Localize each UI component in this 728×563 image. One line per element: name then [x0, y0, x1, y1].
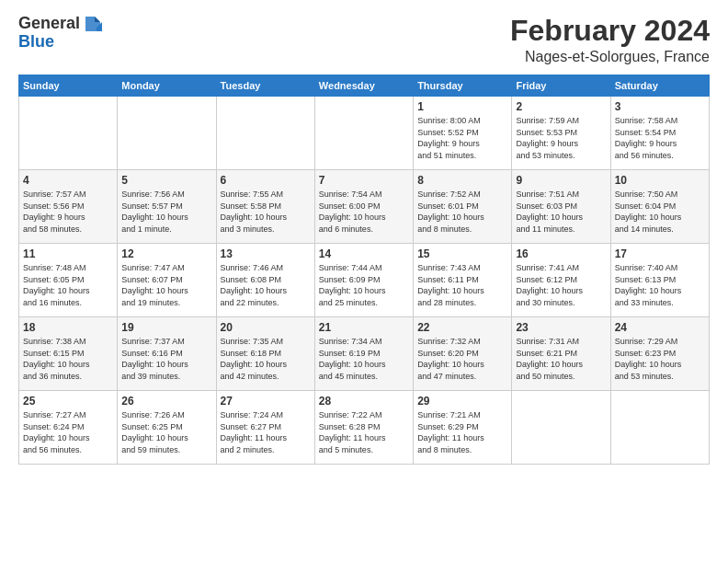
day-number: 5	[121, 174, 211, 187]
calendar-week-row: 4Sunrise: 7:57 AMSunset: 5:56 PMDaylight…	[19, 170, 710, 244]
header-row: SundayMondayTuesdayWednesdayThursdayFrid…	[19, 75, 710, 97]
calendar-week-row: 18Sunrise: 7:38 AMSunset: 6:15 PMDayligh…	[19, 317, 710, 391]
day-info: Sunrise: 7:43 AMSunset: 6:11 PMDaylight:…	[417, 262, 507, 308]
calendar-cell	[216, 97, 314, 170]
day-number: 3	[615, 100, 705, 113]
calendar-cell: 4Sunrise: 7:57 AMSunset: 5:56 PMDaylight…	[19, 170, 118, 244]
day-info: Sunrise: 7:54 AMSunset: 6:00 PMDaylight:…	[319, 189, 409, 235]
calendar-cell: 27Sunrise: 7:24 AMSunset: 6:27 PMDayligh…	[216, 391, 314, 465]
calendar-cell: 18Sunrise: 7:38 AMSunset: 6:15 PMDayligh…	[19, 317, 118, 391]
calendar-cell	[314, 97, 413, 170]
day-info: Sunrise: 7:31 AMSunset: 6:21 PMDaylight:…	[516, 336, 606, 382]
calendar-cell: 20Sunrise: 7:35 AMSunset: 6:18 PMDayligh…	[216, 317, 314, 391]
calendar-cell: 14Sunrise: 7:44 AMSunset: 6:09 PMDayligh…	[314, 244, 413, 317]
location-title: Nages-et-Solorgues, France	[510, 49, 710, 65]
calendar-cell: 2Sunrise: 7:59 AMSunset: 5:53 PMDaylight…	[512, 97, 610, 170]
calendar-cell: 24Sunrise: 7:29 AMSunset: 6:23 PMDayligh…	[610, 317, 709, 391]
day-number: 7	[319, 174, 409, 187]
calendar-cell: 1Sunrise: 8:00 AMSunset: 5:52 PMDaylight…	[414, 97, 512, 170]
day-info: Sunrise: 7:26 AMSunset: 6:25 PMDaylight:…	[121, 409, 211, 455]
weekday-header: Wednesday	[314, 75, 413, 97]
weekday-header: Friday	[512, 75, 610, 97]
day-number: 9	[516, 174, 606, 187]
calendar-cell: 5Sunrise: 7:56 AMSunset: 5:57 PMDaylight…	[118, 170, 216, 244]
day-number: 6	[221, 174, 311, 187]
calendar-cell	[512, 391, 610, 465]
logo-general: General	[18, 15, 80, 33]
day-number: 11	[23, 247, 113, 260]
calendar-cell: 21Sunrise: 7:34 AMSunset: 6:19 PMDayligh…	[314, 317, 413, 391]
calendar-cell: 11Sunrise: 7:48 AMSunset: 6:05 PMDayligh…	[19, 244, 118, 317]
day-info: Sunrise: 7:38 AMSunset: 6:15 PMDaylight:…	[23, 336, 113, 382]
day-info: Sunrise: 7:32 AMSunset: 6:20 PMDaylight:…	[417, 336, 507, 382]
day-info: Sunrise: 7:21 AMSunset: 6:29 PMDaylight:…	[417, 409, 507, 455]
day-info: Sunrise: 8:00 AMSunset: 5:52 PMDaylight:…	[417, 115, 507, 161]
day-info: Sunrise: 7:35 AMSunset: 6:18 PMDaylight:…	[221, 336, 311, 382]
header: General Blue February 2024 Nages-et-Solo…	[18, 15, 710, 65]
calendar-cell: 28Sunrise: 7:22 AMSunset: 6:28 PMDayligh…	[314, 391, 413, 465]
logo: General Blue	[18, 15, 104, 52]
day-number: 13	[221, 247, 311, 260]
day-info: Sunrise: 7:41 AMSunset: 6:12 PMDaylight:…	[516, 262, 606, 308]
day-number: 17	[615, 247, 705, 260]
day-number: 1	[417, 100, 507, 113]
calendar-cell: 9Sunrise: 7:51 AMSunset: 6:03 PMDaylight…	[512, 170, 610, 244]
calendar-cell	[118, 97, 216, 170]
logo-icon	[82, 15, 104, 33]
main-container: General Blue February 2024 Nages-et-Solo…	[0, 0, 728, 474]
calendar-cell: 25Sunrise: 7:27 AMSunset: 6:24 PMDayligh…	[19, 391, 118, 465]
day-info: Sunrise: 7:40 AMSunset: 6:13 PMDaylight:…	[615, 262, 705, 308]
day-number: 2	[516, 100, 606, 113]
day-info: Sunrise: 7:22 AMSunset: 6:28 PMDaylight:…	[319, 409, 409, 455]
day-info: Sunrise: 7:55 AMSunset: 5:58 PMDaylight:…	[221, 189, 311, 235]
day-info: Sunrise: 7:27 AMSunset: 6:24 PMDaylight:…	[23, 409, 113, 455]
day-info: Sunrise: 7:44 AMSunset: 6:09 PMDaylight:…	[319, 262, 409, 308]
calendar-cell	[610, 391, 709, 465]
calendar-cell: 3Sunrise: 7:58 AMSunset: 5:54 PMDaylight…	[610, 97, 709, 170]
title-block: February 2024 Nages-et-Solorgues, France	[510, 15, 710, 65]
calendar-table: SundayMondayTuesdayWednesdayThursdayFrid…	[18, 75, 710, 465]
day-number: 24	[615, 321, 705, 334]
svg-marker-1	[95, 17, 100, 22]
weekday-header: Sunday	[19, 75, 118, 97]
day-number: 22	[417, 321, 507, 334]
calendar-cell: 7Sunrise: 7:54 AMSunset: 6:00 PMDaylight…	[314, 170, 413, 244]
weekday-header: Tuesday	[216, 75, 314, 97]
day-info: Sunrise: 7:51 AMSunset: 6:03 PMDaylight:…	[516, 189, 606, 235]
logo-blue: Blue	[18, 33, 104, 52]
calendar-cell: 10Sunrise: 7:50 AMSunset: 6:04 PMDayligh…	[610, 170, 709, 244]
day-number: 12	[121, 247, 211, 260]
calendar-week-row: 25Sunrise: 7:27 AMSunset: 6:24 PMDayligh…	[19, 391, 710, 465]
day-number: 21	[319, 321, 409, 334]
day-number: 19	[121, 321, 211, 334]
day-number: 14	[319, 247, 409, 260]
day-info: Sunrise: 7:48 AMSunset: 6:05 PMDaylight:…	[23, 262, 113, 308]
day-info: Sunrise: 7:24 AMSunset: 6:27 PMDaylight:…	[221, 409, 311, 455]
month-title: February 2024	[510, 15, 710, 47]
day-number: 29	[417, 395, 507, 408]
day-info: Sunrise: 7:58 AMSunset: 5:54 PMDaylight:…	[615, 115, 705, 161]
day-info: Sunrise: 7:29 AMSunset: 6:23 PMDaylight:…	[615, 336, 705, 382]
calendar-cell: 8Sunrise: 7:52 AMSunset: 6:01 PMDaylight…	[414, 170, 512, 244]
day-number: 26	[121, 395, 211, 408]
day-number: 4	[23, 174, 113, 187]
day-info: Sunrise: 7:46 AMSunset: 6:08 PMDaylight:…	[221, 262, 311, 308]
calendar-cell: 26Sunrise: 7:26 AMSunset: 6:25 PMDayligh…	[118, 391, 216, 465]
day-number: 20	[221, 321, 311, 334]
day-info: Sunrise: 7:52 AMSunset: 6:01 PMDaylight:…	[417, 189, 507, 235]
day-info: Sunrise: 7:59 AMSunset: 5:53 PMDaylight:…	[516, 115, 606, 161]
day-number: 25	[23, 395, 113, 408]
calendar-cell: 15Sunrise: 7:43 AMSunset: 6:11 PMDayligh…	[414, 244, 512, 317]
calendar-cell: 12Sunrise: 7:47 AMSunset: 6:07 PMDayligh…	[118, 244, 216, 317]
calendar-cell: 6Sunrise: 7:55 AMSunset: 5:58 PMDaylight…	[216, 170, 314, 244]
calendar-week-row: 1Sunrise: 8:00 AMSunset: 5:52 PMDaylight…	[19, 97, 710, 170]
weekday-header: Thursday	[414, 75, 512, 97]
weekday-header: Saturday	[610, 75, 709, 97]
day-number: 10	[615, 174, 705, 187]
day-number: 27	[221, 395, 311, 408]
day-info: Sunrise: 7:56 AMSunset: 5:57 PMDaylight:…	[121, 189, 211, 235]
day-number: 23	[516, 321, 606, 334]
calendar-cell: 17Sunrise: 7:40 AMSunset: 6:13 PMDayligh…	[610, 244, 709, 317]
calendar-cell: 19Sunrise: 7:37 AMSunset: 6:16 PMDayligh…	[118, 317, 216, 391]
day-info: Sunrise: 7:37 AMSunset: 6:16 PMDaylight:…	[121, 336, 211, 382]
